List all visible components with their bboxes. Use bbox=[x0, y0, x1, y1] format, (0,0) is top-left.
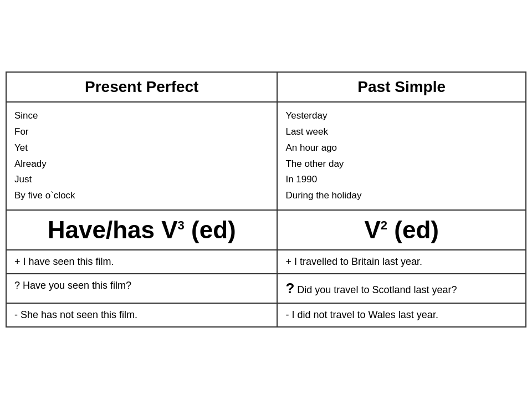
time-word-for: For bbox=[14, 124, 269, 140]
time-word-just: Just bbox=[14, 172, 269, 188]
past-simple-formula: V2 (ed) bbox=[277, 210, 526, 250]
time-word-since: Since bbox=[14, 108, 269, 124]
time-word-anhourago: An hour ago bbox=[285, 140, 518, 156]
present-perfect-positive: + I have seen this film. bbox=[6, 250, 277, 274]
past-simple-positive: + I travelled to Britain last year. bbox=[277, 250, 526, 274]
time-word-duringholiday: During the holiday bbox=[285, 188, 518, 204]
time-word-in1990: In 1990 bbox=[285, 172, 518, 188]
time-word-already: Already bbox=[14, 156, 269, 172]
present-perfect-question: ? Have you seen this film? bbox=[6, 274, 277, 303]
present-perfect-time-words: Since For Yet Already Just By five o`clo… bbox=[6, 102, 277, 210]
past-simple-header: Past Simple bbox=[277, 72, 526, 102]
pp-formula-text: Have/has V3 (ed) bbox=[48, 216, 236, 243]
past-simple-time-words: Yesterday Last week An hour ago The othe… bbox=[277, 102, 526, 210]
time-word-yesterday: Yesterday bbox=[285, 108, 518, 124]
time-word-byfive: By five o`clock bbox=[14, 188, 269, 204]
past-simple-question: ? Did you travel to Scotland last year? bbox=[277, 274, 526, 303]
comparison-table: Present Perfect Past Simple Since For Ye… bbox=[6, 71, 526, 328]
present-perfect-negative: - She has not seen this film. bbox=[6, 303, 277, 327]
ps-formula-text: V2 (ed) bbox=[364, 216, 439, 243]
present-perfect-formula: Have/has V3 (ed) bbox=[6, 210, 277, 250]
present-perfect-header: Present Perfect bbox=[6, 72, 277, 102]
time-word-yet: Yet bbox=[14, 140, 269, 156]
past-simple-negative: - I did not travel to Wales last year. bbox=[277, 303, 526, 327]
time-word-lastweek: Last week bbox=[285, 124, 518, 140]
time-word-otherday: The other day bbox=[285, 156, 518, 172]
ps-question-mark: ? bbox=[285, 280, 294, 296]
